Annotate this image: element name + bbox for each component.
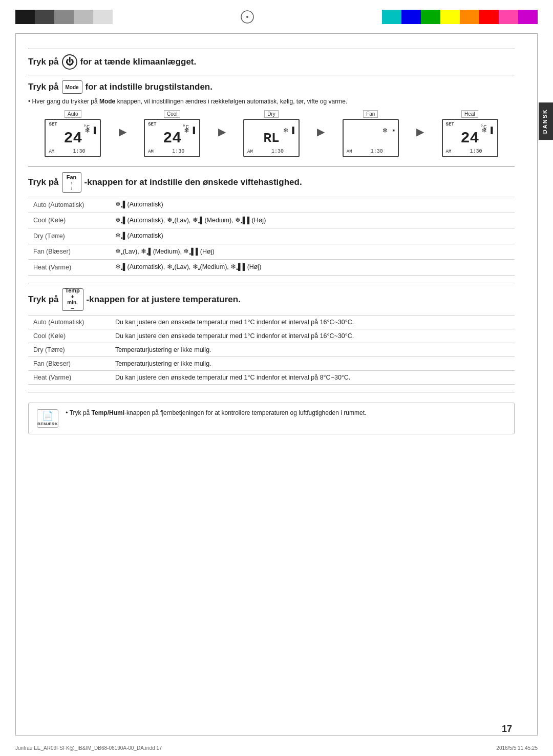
- lcd-dry-fan: ❄ ▌: [284, 126, 296, 135]
- sidebar-label: DANSK: [539, 102, 553, 140]
- lcd-heat-temp: 24: [461, 131, 479, 146]
- table-row: Heat (Varme) ❄▪▌(Automatisk), ❄▪(Lav), ❄…: [28, 260, 515, 276]
- footer-left: Junfrau EE_AR09FSFK@_IB&IM_DB68-06190A-0…: [15, 745, 162, 751]
- lcd-cool-time: 1:30: [160, 149, 184, 154]
- page-number: 17: [502, 724, 512, 734]
- color-blocks-right: [382, 10, 538, 24]
- lcd-heat-set: SET: [446, 122, 454, 127]
- color-blocks-left: [15, 10, 113, 24]
- temp-mode-dry: Dry (Tørre): [28, 343, 110, 356]
- lcd-dry: RL ❄ ▌ AM 1:30: [243, 119, 300, 157]
- divider-top: [28, 49, 515, 49]
- display-row: Auto SET °C 24 ❄ ▌ AM 1:30 ▶ Cool SET °C…: [28, 110, 515, 157]
- fan-desc-cool: ❄▪▌(Automatisk), ❄▪(Lav), ❄▪▌(Medium), ❄…: [110, 213, 515, 228]
- heading-power-post: for at tænde klimaanlægget.: [80, 57, 197, 67]
- heading-temp: Tryk på Temp + min. − -knappen for at ju…: [28, 288, 515, 311]
- fan-desc-auto: ❄▪▌(Automatisk): [110, 197, 515, 213]
- display-fan: Fan ❄ ▪ AM 1:30: [326, 110, 415, 157]
- color-block-orange: [460, 10, 479, 24]
- lcd-heat-fan: ❄ ▌: [482, 126, 495, 135]
- note-icon: 📄 BEMÆRK: [37, 409, 58, 428]
- heading-mode-pre: Tryk på: [28, 82, 59, 92]
- lcd-cool-am: AM: [148, 149, 154, 154]
- table-row: Dry (Tørre) ❄▪▌(Automatisk): [28, 228, 515, 244]
- table-row: Cool (Køle) ❄▪▌(Automatisk), ❄▪(Lav), ❄▪…: [28, 213, 515, 228]
- lcd-auto-time: 1:30: [60, 149, 85, 154]
- divider-2: [28, 166, 515, 167]
- main-content: Tryk på ⏻ for at tænde klimaanlægget. Tr…: [28, 44, 515, 728]
- color-block-purple: [518, 10, 538, 24]
- note-label: BEMÆRK: [37, 422, 58, 426]
- bullet-text: Hver gang du trykker på: [32, 98, 98, 105]
- color-block-pink: [499, 10, 518, 24]
- temp-mode-cool: Cool (Køle): [28, 329, 110, 343]
- display-heat: Heat SET °C 24 ❄ ▌ AM 1:30: [425, 110, 515, 157]
- temp-desc-dry: Temperaturjustering er ikke mulig.: [110, 343, 515, 356]
- color-block-green: [421, 10, 440, 24]
- temp-button-icon: Temp + min. −: [62, 288, 83, 311]
- bullet-note: • Hver gang du trykker på Mode knappen, …: [28, 98, 515, 105]
- lcd-heat-time: 1:30: [458, 149, 482, 154]
- note-icon-symbol: 📄: [42, 410, 53, 422]
- display-dry-label: Dry: [264, 110, 279, 118]
- heading-fan-pre: Tryk på: [28, 177, 59, 187]
- table-row: Fan (Blæser) Temperaturjustering er ikke…: [28, 356, 515, 370]
- top-color-bar: [0, 9, 553, 25]
- lcd-auto-am: AM: [49, 149, 54, 154]
- fan-desc-fan: ❄▪(Lav), ❄▪▌(Medium), ❄▪▌▌(Høj): [110, 244, 515, 260]
- heading-temp-pre: Tryk på: [28, 295, 59, 305]
- heading-fan-post: -knappen for at indstille den ønskede vi…: [84, 177, 302, 187]
- temp-mode-auto: Auto (Automatisk): [28, 315, 110, 329]
- note-text-post: -knappen på fjernbetjeningen for at kont…: [124, 409, 366, 416]
- fan-table: Auto (Automatisk) ❄▪▌(Automatisk) Cool (…: [28, 197, 515, 276]
- center-compass: [113, 10, 382, 24]
- note-text-bold: Temp/Humi: [92, 409, 124, 416]
- note-text-pre: • Tryk på: [66, 409, 91, 416]
- lcd-fan-icon: ❄ ▪: [383, 126, 396, 135]
- color-block-cyan: [382, 10, 401, 24]
- color-block-light-gray: [74, 10, 93, 24]
- temp-section: Tryk på Temp + min. − -knappen for at ju…: [28, 288, 515, 385]
- temp-desc-cool: Du kan justere den ønskede temperatur me…: [110, 329, 515, 343]
- fan-mode-cool: Cool (Køle): [28, 213, 110, 228]
- display-fan-label: Fan: [363, 110, 378, 118]
- temp-mode-heat: Heat (Varme): [28, 370, 110, 384]
- heading-mode: Tryk på Mode for at indstille brugstilst…: [28, 80, 515, 94]
- table-row: Heat (Varme) Du kan justere den ønskede …: [28, 370, 515, 384]
- display-heat-label: Heat: [461, 110, 478, 118]
- lcd-dry-temp: RL: [263, 132, 279, 145]
- color-block-blue: [401, 10, 421, 24]
- display-cool-label: Cool: [164, 110, 181, 118]
- fan-desc-heat: ❄▪▌(Automatisk), ❄▪(Lav), ❄▪(Medium), ❄▪…: [110, 260, 515, 276]
- note-box: 📄 BEMÆRK • Tryk på Temp/Humi-knappen på …: [28, 403, 515, 434]
- color-block-dark: [35, 10, 54, 24]
- display-auto-label: Auto: [65, 110, 81, 118]
- lcd-fan: ❄ ▪ AM 1:30: [343, 119, 399, 157]
- arrow-3: ▶: [316, 110, 326, 138]
- table-row: Auto (Automatisk) ❄▪▌(Automatisk): [28, 197, 515, 213]
- lcd-cool-temp: 24: [163, 131, 181, 146]
- note-text: • Tryk på Temp/Humi-knappen på fjernbetj…: [66, 409, 366, 416]
- temp-mode-fan: Fan (Blæser): [28, 356, 110, 370]
- lcd-auto-temp: 24: [63, 131, 82, 146]
- table-row: Dry (Tørre) Temperaturjustering er ikke …: [28, 343, 515, 356]
- lcd-auto-set: SET: [49, 122, 57, 127]
- temp-desc-auto: Du kan justere den ønskede temperatur me…: [110, 315, 515, 329]
- lcd-dry-am: AM: [247, 149, 253, 154]
- color-block-pale: [93, 10, 113, 24]
- table-row: Cool (Køle) Du kan justere den ønskede t…: [28, 329, 515, 343]
- lcd-cool-fan: ❄ ▌: [184, 126, 197, 135]
- lcd-fan-time: 1:30: [358, 149, 383, 154]
- lcd-fan-am: AM: [347, 149, 352, 154]
- display-dry: Dry RL ❄ ▌ AM 1:30: [227, 110, 316, 157]
- lcd-heat: SET °C 24 ❄ ▌ AM 1:30: [442, 119, 498, 157]
- fan-section: Tryk på Fan ↑↓ -knappen for at indstille…: [28, 172, 515, 276]
- lcd-cool: SET °C 24 ❄ ▌ AM 1:30: [144, 119, 200, 157]
- heading-temp-post: -knappen for at justere temperaturen.: [87, 295, 241, 305]
- bottom-bar: Junfrau EE_AR09FSFK@_IB&IM_DB68-06190A-0…: [15, 745, 538, 751]
- power-button-icon: ⏻: [62, 54, 77, 70]
- fan-mode-heat: Heat (Varme): [28, 260, 110, 276]
- lcd-auto: SET °C 24 ❄ ▌ AM 1:30: [45, 119, 101, 157]
- divider-4: [28, 392, 515, 392]
- temp-desc-heat: Du kan justere den ønskede temperatur me…: [110, 370, 515, 384]
